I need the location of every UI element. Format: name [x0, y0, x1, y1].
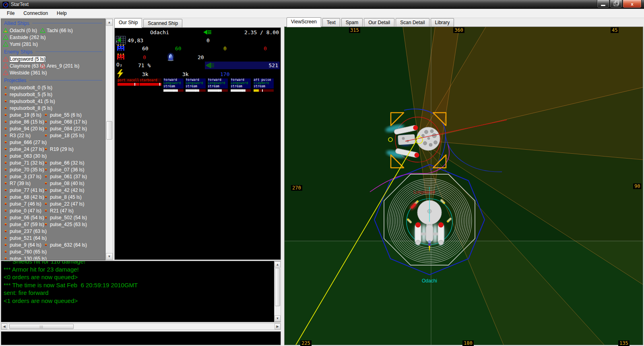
weapons: port nacellestarboardforwardLongswordstr…: [115, 78, 281, 93]
tab-scanned-ship[interactable]: Scanned Ship: [143, 19, 182, 28]
hud-speed: 2.35 / 8.00: [244, 29, 279, 35]
list-item[interactable]: pulse_061 (37 ls): [43, 173, 87, 180]
list-item[interactable]: Yumi (281 ls): [3, 41, 38, 47]
list-item[interactable]: pulse_3 (37 ls): [3, 173, 41, 180]
list-item[interactable]: repulsorbolt_8 (5 ls): [3, 105, 52, 111]
list-item[interactable]: Ares_9 (201 ls): [40, 62, 79, 69]
list-item[interactable]: pulse_068 (17 ls): [43, 118, 87, 125]
list-item[interactable]: pulse_08 (40 ls): [43, 180, 84, 187]
list-item[interactable]: pulse_19 (6 ls): [3, 111, 41, 118]
list-item[interactable]: pulse_22 (47 ls): [43, 200, 84, 207]
list-item-label: repulsorbolt_41 (5 ls): [10, 99, 55, 104]
scroll-up-button[interactable]: ▲: [275, 262, 281, 268]
list-item[interactable]: pulse_0 (47 ls): [3, 207, 41, 214]
list-item[interactable]: Longsword (5 ls): [3, 56, 45, 62]
list-item[interactable]: pulse_68 (42 ls): [3, 194, 44, 200]
list-row: Longsword (5 ls): [1, 56, 105, 62]
viewscreen[interactable]: Longsword Odachi 3153604527090225180135: [284, 27, 643, 345]
list-item[interactable]: pulse_084 (22 ls): [43, 125, 87, 132]
tab-our-ship[interactable]: Our Ship: [114, 18, 142, 28]
list-item[interactable]: Tachi (66 ls): [40, 27, 73, 34]
list-item[interactable]: Eastside (262 ls): [3, 34, 45, 41]
list-item[interactable]: pulse_760 (65 ls): [3, 248, 47, 255]
list-item[interactable]: pulse_237 (63 ls): [3, 228, 47, 235]
menu-help[interactable]: Help: [52, 9, 71, 18]
restore-button[interactable]: [610, 0, 622, 8]
proj-icon: [3, 182, 8, 185]
list-item[interactable]: pulse_063 (30 ls): [3, 152, 47, 159]
console-log[interactable]: *** Shields hit for 110 damage!*** Armor…: [1, 261, 281, 322]
list-item[interactable]: pulse_42 (42 ls): [43, 187, 84, 194]
list-item[interactable]: repulsorbolt_0 (5 ls): [3, 84, 52, 91]
menu-connection[interactable]: Connection: [19, 9, 52, 18]
tab-viewscreen[interactable]: ViewScreen: [287, 17, 321, 27]
tab-scan-detail[interactable]: Scan Detail: [396, 18, 429, 27]
list-item[interactable]: pulse_71 (32 ls): [3, 159, 44, 166]
scroll-up-button[interactable]: ▲: [106, 19, 113, 26]
list-item[interactable]: pulse_18 (25 ls): [43, 132, 84, 139]
scroll-thumb[interactable]: |||: [9, 324, 74, 329]
list-item[interactable]: pulse_502 (54 ls): [43, 214, 87, 221]
list-item[interactable]: repulsorbolt_41 (5 ls): [3, 98, 55, 105]
list-item[interactable]: Odachi (0 ls): [3, 27, 37, 34]
command-input[interactable]: [1, 331, 281, 345]
tab-spam[interactable]: Spam: [341, 18, 363, 27]
proj-icon: [3, 210, 8, 212]
list-item[interactable]: pulse_55 (6 ls): [43, 111, 82, 118]
list-row: repulsorbolt_8 (5 ls): [1, 105, 105, 111]
minimize-button[interactable]: [597, 0, 609, 8]
titlebar[interactable]: StarText x: [0, 0, 644, 9]
list-item[interactable]: pulse_521 (64 ls): [3, 235, 47, 241]
list-item[interactable]: Westside (361 ls): [3, 69, 47, 76]
console-vscrollbar[interactable]: ▲ ▼: [274, 261, 281, 322]
list-item[interactable]: pulse_632 (64 ls): [43, 241, 87, 248]
scroll-down-button[interactable]: ▼: [275, 315, 281, 321]
list-item[interactable]: Claymore (63 ls): [3, 62, 45, 69]
list-row: Eastside (262 ls): [1, 34, 105, 41]
list-item[interactable]: R19 (29 ls): [43, 146, 74, 152]
list-item[interactable]: pulse_06 (54 ls): [3, 214, 44, 221]
scroll-left-button[interactable]: ◀: [1, 323, 7, 330]
tab-text[interactable]: Text: [322, 18, 340, 27]
list-item[interactable]: repulsorbolt_5 (5 ls): [3, 91, 52, 98]
close-button[interactable]: x: [623, 0, 642, 8]
enemy-icon: [40, 63, 45, 68]
charge-tick: [134, 83, 135, 86]
list-item[interactable]: pulse_67 (59 ls): [3, 221, 44, 228]
left-list-scrollbar[interactable]: ▲ ▼: [105, 19, 113, 260]
hud-crew-dead: 0: [264, 45, 267, 51]
list-item[interactable]: R7 (39 ls): [3, 180, 31, 187]
scroll-right-button[interactable]: ▶: [275, 323, 281, 330]
proj-icon: [43, 196, 49, 198]
console-hscrollbar[interactable]: ◀ ▶ |||: [1, 323, 281, 330]
list-item[interactable]: pulse_425 (63 ls): [43, 221, 87, 228]
list-item-label: Ares_9 (201 ls): [47, 63, 79, 69]
list-item[interactable]: pulse_66 (32 ls): [43, 159, 84, 166]
scroll-thumb[interactable]: [106, 121, 112, 140]
list-item[interactable]: pulse_7 (46 ls): [3, 200, 41, 207]
list-item[interactable]: pulse_9 (64 ls): [3, 241, 41, 248]
list-row: pulse_760 (65 ls): [1, 248, 105, 255]
list-item[interactable]: pulse_86 (15 ls): [3, 118, 44, 125]
list-item[interactable]: pulse_666 (27 ls): [3, 139, 47, 146]
charge-tick: [262, 89, 263, 92]
hud-shield: 521: [269, 62, 278, 68]
list-item[interactable]: pulse_70 (35 ls): [3, 166, 44, 173]
tab-our-detail[interactable]: Our Detail: [364, 18, 394, 27]
hud-battery: 3k: [182, 71, 189, 77]
list-item[interactable]: pulse_24 (27 ls): [3, 146, 44, 152]
list-item[interactable]: R3 (22 ls): [3, 132, 31, 139]
list-item[interactable]: pulse_8 (45 ls): [43, 194, 82, 200]
list-item[interactable]: pulse_130 (65 ls): [3, 255, 47, 260]
list-item[interactable]: pulse_94 (20 ls): [3, 125, 44, 132]
menu-file[interactable]: File: [2, 9, 19, 18]
list-row: pulse_3 (37 ls)pulse_061 (37 ls): [1, 173, 105, 180]
tab-library[interactable]: Library: [431, 18, 454, 27]
list-item[interactable]: pulse_77 (41 ls): [3, 187, 44, 194]
proj-icon: [43, 189, 49, 192]
scroll-down-button[interactable]: ▼: [106, 253, 113, 260]
list-item[interactable]: R21 (47 ls): [43, 207, 74, 214]
list-item[interactable]: pulse_07 (36 ls): [43, 166, 84, 173]
proj-icon: [3, 203, 8, 205]
scroll-thumb[interactable]: [275, 268, 280, 306]
